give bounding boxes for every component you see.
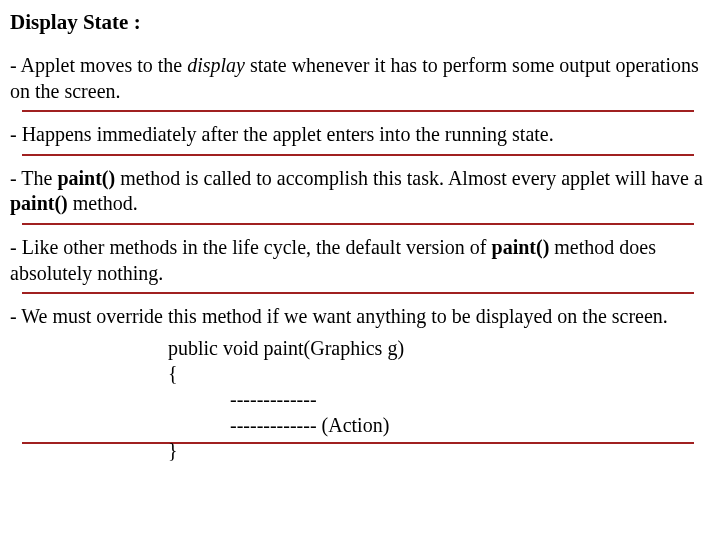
divider-5 — [22, 442, 694, 444]
divider-3 — [22, 223, 694, 225]
paragraph-5: - We must override this method if we wan… — [10, 304, 706, 330]
p3-paint-1: paint() — [57, 167, 115, 189]
paragraph-2: - Happens immediately after the applet e… — [10, 122, 706, 148]
p3-text-c: method. — [68, 192, 138, 214]
paragraph-1: - Applet moves to the display state when… — [10, 53, 706, 104]
p4-paint: paint() — [492, 236, 550, 258]
code-signature: public void paint(Graphics g) — [168, 336, 706, 362]
section-heading: Display State : — [10, 10, 706, 35]
paragraph-4: - Like other methods in the life cycle, … — [10, 235, 706, 286]
p1-display-word: display — [187, 54, 245, 76]
p3-text-a: - The — [10, 167, 57, 189]
slide-container: Display State : - Applet moves to the di… — [0, 0, 720, 464]
code-open-brace: { — [168, 361, 706, 387]
paragraph-3: - The paint() method is called to accomp… — [10, 166, 706, 217]
divider-2 — [22, 154, 694, 156]
p4-text-a: - Like other methods in the life cycle, … — [10, 236, 492, 258]
code-block: public void paint(Graphics g) { --------… — [168, 336, 706, 464]
code-body-2: ------------- (Action) — [230, 413, 706, 439]
code-body-1: ------------- — [230, 387, 706, 413]
divider-4 — [22, 292, 694, 294]
p1-text-a: - Applet moves to the — [10, 54, 187, 76]
p3-text-b: method is called to accomplish this task… — [115, 167, 703, 189]
p3-paint-2: paint() — [10, 192, 68, 214]
divider-1 — [22, 110, 694, 112]
